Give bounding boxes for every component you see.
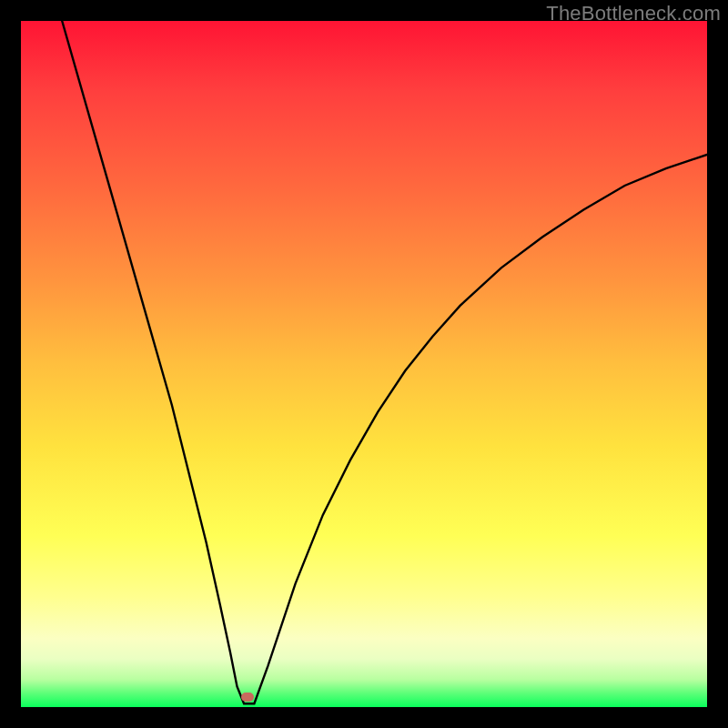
watermark-label: TheBottleneck.com [546,2,721,25]
curve-path [62,21,707,703]
chart-frame: TheBottleneck.com [0,0,728,728]
chart-plot-area [21,21,707,707]
optimum-marker-icon [241,693,254,702]
bottleneck-curve [21,21,707,707]
